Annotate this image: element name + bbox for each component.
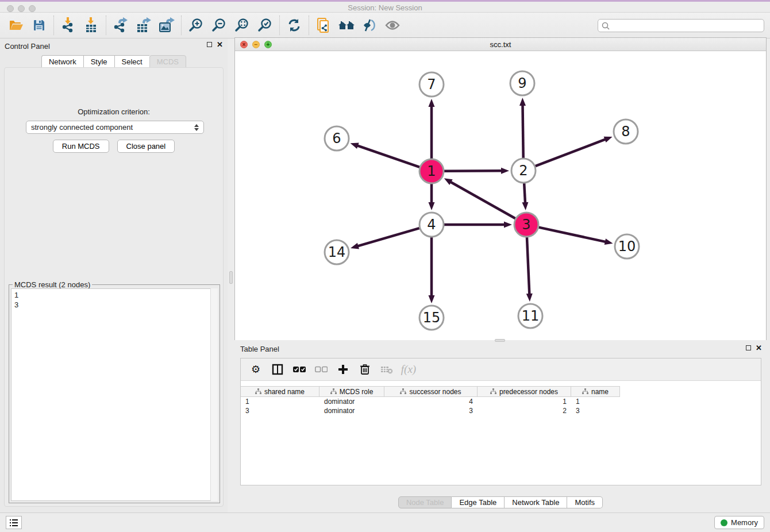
cell[interactable]: 1 [241, 397, 319, 406]
control-panel: Control Panel ✕ NetworkStyleSelectMCDS O… [0, 38, 228, 512]
refresh-icon [287, 18, 301, 32]
float-panel-icon[interactable] [207, 42, 212, 47]
cell[interactable]: 1 [571, 397, 620, 406]
tab-motifs[interactable]: Motifs [567, 496, 603, 508]
node-label-8: 8 [621, 124, 630, 140]
tab-network-table[interactable]: Network Table [505, 496, 567, 508]
memory-label: Memory [731, 518, 758, 527]
mcds-result-text[interactable]: 1 3 [11, 288, 218, 501]
edge-arrowhead [605, 238, 613, 245]
edge-2-9[interactable] [522, 105, 523, 158]
delete-column-icon[interactable] [358, 363, 372, 376]
cell[interactable]: 3 [384, 406, 478, 415]
cell[interactable]: 4 [384, 397, 478, 406]
export-image-button[interactable] [155, 14, 178, 36]
column-header-successor-nodes[interactable]: successor nodes [384, 386, 478, 397]
edge-1-2[interactable] [444, 171, 502, 171]
run-mcds-button[interactable]: Run MCDS [53, 140, 109, 153]
cell[interactable]: dominator [319, 406, 384, 415]
network-file-button[interactable] [312, 14, 335, 36]
window-titlebar: Session: New Session [0, 0, 770, 13]
tab-mcds[interactable]: MCDS [149, 55, 186, 68]
node-label-7: 7 [427, 76, 436, 92]
cell[interactable]: 2 [478, 406, 571, 415]
toolbar-separator [279, 16, 280, 35]
network-graph[interactable]: 1234678910111415 [235, 51, 766, 340]
toolbar-search[interactable] [598, 19, 764, 32]
export-table-icon [136, 17, 152, 33]
task-history-button[interactable] [6, 516, 22, 529]
node-label-3: 3 [522, 217, 530, 233]
toolbar-separator [106, 16, 106, 35]
node-label-2: 2 [519, 163, 528, 179]
close-panel-button[interactable]: Close panel [117, 140, 175, 153]
column-header-shared-name[interactable]: shared name [241, 386, 319, 397]
node-label-4: 4 [427, 217, 436, 233]
zoom-fit-button[interactable] [230, 14, 253, 36]
deselect-all-icon[interactable] [314, 363, 328, 376]
tab-select[interactable]: Select [114, 55, 149, 68]
edge-arrowhead [351, 243, 359, 249]
tab-style[interactable]: Style [83, 55, 114, 68]
control-panel-title: Control Panel [5, 42, 50, 51]
criterion-label: Optimization criterion: [5, 107, 223, 116]
edge-arrowhead [429, 202, 435, 210]
network-window-titlebar[interactable]: × − + scc.txt [235, 38, 766, 51]
column-label: shared name [264, 388, 305, 396]
memory-button[interactable]: Memory [714, 516, 764, 529]
edge-3-1[interactable] [450, 182, 515, 218]
column-header-predecessor-nodes[interactable]: predecessor nodes [478, 386, 571, 397]
search-input[interactable] [610, 21, 764, 31]
close-panel-icon[interactable]: ✕ [217, 42, 223, 47]
tab-node-table[interactable]: Node Table [398, 496, 452, 508]
edge-3-11[interactable] [527, 237, 529, 295]
show-details-button[interactable] [381, 14, 404, 36]
vertical-splitter[interactable] [228, 38, 234, 512]
zoom-in-button[interactable] [184, 14, 207, 36]
edge-1-6[interactable] [357, 145, 419, 167]
home-button[interactable] [335, 14, 358, 36]
refresh-button[interactable] [283, 14, 306, 36]
column-label: name [591, 388, 609, 396]
column-header-MCDS-role[interactable]: MCDS role [319, 386, 384, 397]
save-session-button[interactable] [28, 14, 51, 36]
add-column-icon[interactable] [336, 363, 350, 376]
edge-4-14[interactable] [357, 228, 419, 246]
table-row[interactable]: 3dominator323 [241, 406, 761, 415]
edge-2-3[interactable] [524, 183, 525, 203]
status-bar: Memory [0, 512, 770, 532]
import-network-button[interactable] [57, 14, 80, 36]
column-header-name[interactable]: name [571, 386, 620, 397]
edge-2-8[interactable] [536, 139, 606, 166]
cell[interactable]: dominator [319, 397, 384, 406]
mcds-panel: Optimization criterion: strongly connect… [4, 67, 224, 507]
criterion-select[interactable]: strongly connected component [26, 121, 204, 134]
tab-edge-table[interactable]: Edge Table [452, 496, 505, 508]
toggle-panes-icon[interactable] [271, 363, 284, 376]
zoom-selected-button[interactable] [253, 14, 276, 36]
select-all-icon[interactable] [292, 363, 306, 376]
export-image-icon [159, 17, 175, 33]
close-table-panel-icon[interactable]: ✕ [756, 345, 762, 350]
save-icon [32, 18, 46, 32]
splitter-handle[interactable] [229, 271, 233, 284]
cell[interactable]: 3 [571, 406, 620, 415]
cell[interactable]: 3 [241, 406, 319, 415]
zoom-out-button[interactable] [207, 14, 230, 36]
import-table-button[interactable] [80, 14, 103, 36]
float-table-panel-icon[interactable] [746, 345, 751, 350]
hide-details-button[interactable] [358, 14, 381, 36]
open-file-button[interactable] [5, 14, 28, 36]
export-network-button[interactable] [109, 14, 132, 36]
table-body: 1dominator4113dominator323 [241, 397, 761, 415]
export-table-button[interactable] [132, 14, 155, 36]
tab-network[interactable]: Network [41, 55, 83, 68]
table-row[interactable]: 1dominator411 [241, 397, 761, 406]
mcds-result-box: MCDS result (2 nodes) 1 3 [9, 284, 220, 503]
result-scrollbar[interactable] [210, 288, 218, 501]
toolbar-separator [181, 16, 182, 35]
cell[interactable]: 1 [478, 397, 571, 406]
table-options-icon[interactable]: ⚙ [249, 363, 263, 376]
edge-3-10[interactable] [538, 228, 606, 242]
column-label: successor nodes [409, 388, 461, 396]
